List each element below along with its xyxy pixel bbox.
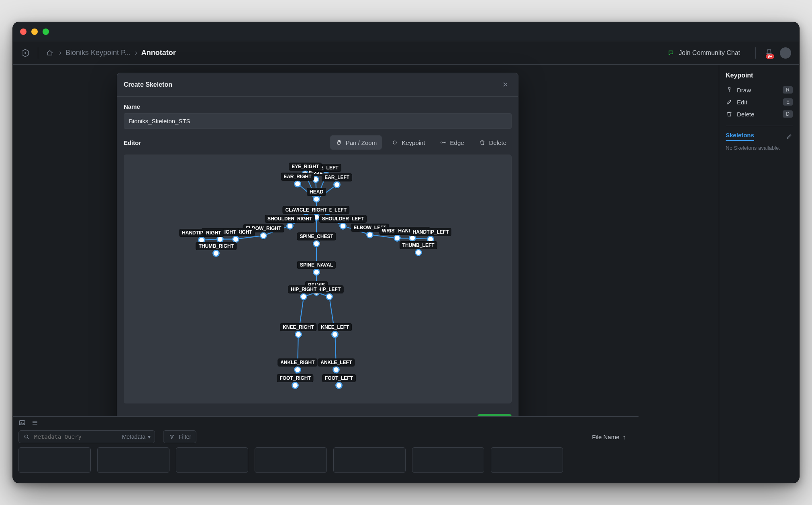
skeleton-name-input[interactable] [124,113,512,129]
keypoint-label: ANKLE_RIGHT [277,358,317,367]
pencil-icon [726,98,733,106]
main: Create Skeleton ✕ Name Editor [13,65,799,483]
app-logo-icon [21,49,30,57]
avatar[interactable] [780,47,791,59]
keypoint-node-shoulder_left[interactable] [339,222,347,230]
tool-edge[interactable]: Edge [435,135,469,150]
keypoint-node-hip_left[interactable] [326,293,333,300]
keypoint-node-spine_chest[interactable] [313,240,320,247]
keypoint-node-wrist_left[interactable] [394,234,401,242]
notifications-button[interactable]: 9+ [765,49,773,57]
svg-point-2 [393,141,396,144]
thumbnail-strip [13,447,639,479]
keypoint-node-foot_right[interactable] [292,382,299,389]
keypoint-node-elbow_left[interactable] [366,231,373,238]
keypoint-label: HANDTIP_RIGHT [179,229,224,237]
keypoint-label: FOOT_RIGHT [277,374,313,382]
shortcut-key: E [783,98,793,106]
canvas-area: Create Skeleton ✕ Name Editor [13,65,719,483]
keypoint-node-wrist_right[interactable] [232,236,239,243]
keypoint-node-ear_right[interactable] [294,180,301,187]
home-icon[interactable] [46,49,53,57]
tool-delete[interactable]: Delete [473,135,512,150]
panel-empty-note: No Skeletons available. [726,145,793,151]
thumbnail[interactable] [333,447,406,473]
keypoint-label: ANKLE_LEFT [318,358,355,367]
community-chat-button[interactable]: Join Community Chat [662,46,746,60]
shortcut-key: D [783,110,793,118]
edge-icon [440,139,447,146]
thumbnail[interactable] [255,447,327,473]
thumbnail[interactable] [18,447,91,473]
tool-draw[interactable]: Draw R [726,84,793,96]
metadata-query-input[interactable] [33,433,119,440]
thumbnail[interactable] [97,447,169,473]
community-chat-label: Join Community Chat [679,49,740,57]
tool-keypoint-label: Keypoint [402,139,425,146]
keypoint-label: FOOT_LEFT [322,374,356,382]
chevron-right-icon: › [135,49,137,57]
svg-line-43 [27,438,29,439]
panel-title-keypoint: Keypoint [726,72,793,79]
close-window-dot[interactable] [20,29,27,35]
image-view-icon[interactable] [18,419,26,426]
shortcut-key: R [783,86,793,94]
keypoint-label: SPINE_NAVAL [297,261,336,269]
tool-edit[interactable]: Edit E [726,96,793,108]
keypoint-node-thumb_left[interactable] [415,249,422,256]
window-titlebar [13,22,799,41]
svg-point-42 [24,435,28,438]
tool-delete-label: Delete [489,139,506,146]
keypoint-node-elbow_right[interactable] [260,232,267,239]
keypoint-node-knee_right[interactable] [295,331,302,338]
keypoint-label: KNEE_RIGHT [280,323,316,331]
tool-edge-label: Edge [450,139,464,146]
keypoint-node-head[interactable] [313,195,320,203]
keypoint-node-knee_left[interactable] [331,331,339,338]
list-view-icon[interactable] [31,419,39,426]
keypoint-node-foot_left[interactable] [335,382,343,389]
filter-button[interactable]: Filter [163,430,196,443]
tool-keypoint[interactable]: Keypoint [386,135,430,150]
file-column-header[interactable]: File Name ↑ [592,434,633,440]
filter-label: Filter [179,434,191,440]
maximize-window-dot[interactable] [43,29,49,35]
tool-pan-zoom-label: Pan / Zoom [346,139,377,146]
thumbnail[interactable] [176,447,248,473]
keypoint-label: HIP_RIGHT [288,285,319,293]
keypoint-label: EAR_RIGHT [281,173,314,181]
keypoint-label: EAR_LEFT [322,173,352,181]
keypoint-node-ear_left[interactable] [333,181,341,188]
keypoint-node-ankle_left[interactable] [333,366,340,373]
svg-point-1 [24,52,26,53]
keypoint-label: KNEE_LEFT [318,323,352,331]
bottom-bar: Metadata ▾ Filter [13,416,639,483]
trash-icon [726,110,733,118]
breadcrumb-project[interactable]: Bioniks Keypoint P... [65,49,131,57]
svg-rect-44 [728,88,730,89]
keypoint-label: HEAD [307,188,326,196]
breadcrumb-page[interactable]: Annotator [141,49,176,57]
keypoint-node-ankle_right[interactable] [294,366,301,373]
tool-pan-zoom[interactable]: Pan / Zoom [330,135,382,150]
metadata-search[interactable]: Metadata ▾ [18,430,155,443]
keypoint-node-spine_naval[interactable] [313,269,320,276]
panel-skeletons-tab[interactable]: Skeletons [726,132,754,141]
keypoint-label: CLAVICLE_RIGHT [283,206,330,214]
thumbnail[interactable] [412,447,484,473]
sort-asc-icon: ↑ [623,434,626,440]
keypoint-node-shoulder_right[interactable] [286,222,294,230]
keypoint-node-thumb_right[interactable] [212,250,220,257]
pencil-icon[interactable] [785,133,793,140]
name-label: Name [124,103,512,110]
skeleton-editor-canvas[interactable]: NOSEEYE_LEFTEYE_RIGHTEAR_LEFTEAR_RIGHTHE… [124,155,512,403]
metadata-chip[interactable]: Metadata ▾ [122,434,151,440]
minimize-window-dot[interactable] [31,29,38,35]
thumbnail[interactable] [491,447,563,473]
keypoint-node-hip_right[interactable] [300,293,307,300]
app-window: › Bioniks Keypoint P... › Annotator Join… [12,22,800,483]
tool-delete[interactable]: Delete D [726,108,793,120]
close-icon[interactable]: ✕ [499,79,512,91]
svg-point-4 [445,142,446,143]
keypoint-label: HANDTIP_LEFT [410,228,451,236]
